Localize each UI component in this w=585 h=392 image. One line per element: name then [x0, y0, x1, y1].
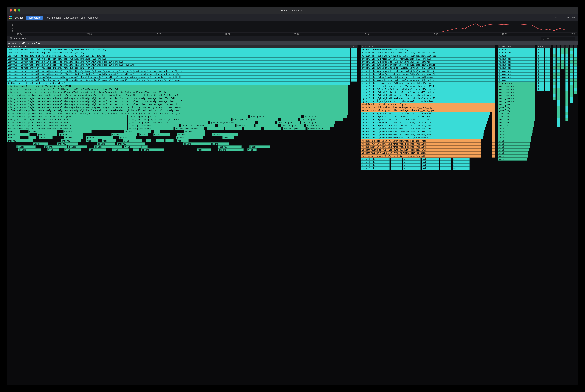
flame-frame[interactable]	[557, 51, 560, 54]
flame-frame[interactable]	[557, 88, 560, 91]
flame-frame[interactable]: l	[537, 70, 544, 72]
flame-frame[interactable]	[258, 121, 276, 124]
flame-frame[interactable]	[561, 54, 564, 57]
flame-frame[interactable]: ghidra.	[184, 130, 205, 133]
flame-frame[interactable]	[566, 78, 569, 82]
flame-frame[interactable]	[492, 136, 495, 139]
flame-root[interactable]: ⊕ 100% of all CPU cycles	[7, 41, 578, 45]
range-15m[interactable]: 15m	[572, 16, 576, 19]
flame-frame[interactable]: ghidra.program.mod	[128, 127, 174, 130]
flame-frame[interactable]	[574, 88, 577, 91]
flame-frame[interactable]: libjvm.so:	[498, 76, 536, 78]
flame-frame[interactable]: libjvm.so:	[498, 70, 536, 72]
flame-frame[interactable]	[166, 139, 174, 142]
flame-frame[interactable]	[557, 70, 560, 72]
flame-frame[interactable]: void	[86, 139, 98, 142]
flame-frame[interactable]: libjvm.so:	[498, 64, 536, 66]
flame-frame[interactable]: Modules.run in /usr/lib/python3/dist-pac…	[361, 142, 481, 146]
flame-frame[interactable]	[557, 91, 560, 94]
flame-frame[interactable]: void java.lang.Thread.run() in Thread.ja…	[7, 85, 348, 88]
flame-frame[interactable]: ghidra.	[177, 133, 206, 136]
flame-frame[interactable]	[552, 51, 556, 54]
flame-frame[interactable]: libjvm.so: JavaCalls::call(JavaValue*, m…	[7, 76, 350, 78]
flame-frame[interactable]: libjvm.so:	[498, 72, 536, 76]
flame-frame[interactable]	[552, 60, 556, 64]
flame-frame[interactable]	[351, 51, 357, 54]
flame-frame[interactable]	[574, 48, 577, 51]
flame-frame[interactable]: ghidra.	[16, 146, 36, 148]
flame-frame[interactable]	[570, 48, 573, 51]
flame-frame[interactable]: boolean ghid	[306, 124, 334, 127]
flame-frame[interactable]	[552, 97, 556, 100]
flame-frame[interactable]: ⊕ AWT-Event	[498, 45, 536, 48]
flame-frame[interactable]: pyt	[452, 158, 470, 160]
flame-frame[interactable]: l	[537, 85, 544, 88]
flame-frame[interactable]	[281, 118, 298, 121]
flame-frame[interactable]	[561, 51, 564, 54]
flame-frame[interactable]: libjvm	[498, 78, 536, 82]
flame-frame[interactable]	[557, 118, 560, 121]
flame-frame[interactable]: void	[498, 130, 532, 133]
flame-frame[interactable]	[552, 91, 556, 94]
flame-frame[interactable]: ⊕ C2	[537, 45, 552, 48]
flame-frame[interactable]: python3.11: _PyRun_SimpleFileObject in .…	[361, 76, 496, 78]
flame-frame[interactable]: Modules.execute in /usr/lib/python3/dist…	[361, 139, 481, 142]
flame-frame[interactable]: l	[544, 88, 550, 91]
flame-frame[interactable]: StubRoutine	[498, 82, 536, 85]
flame-frame[interactable]	[570, 100, 573, 103]
flame-frame[interactable]: <module> in /usr/bin/binwalk:3 [Python]	[361, 103, 494, 106]
flame-frame[interactable]: boolean ghidra.app.plugin.core.analysis.…	[7, 94, 348, 97]
flame-frame[interactable]	[552, 85, 556, 88]
flame-frame[interactable]: void	[123, 139, 136, 142]
flame-frame[interactable]: void	[89, 148, 106, 152]
flame-frame[interactable]	[557, 57, 560, 60]
flame-frame[interactable]	[574, 70, 577, 72]
flame-frame[interactable]	[557, 121, 560, 124]
flame-frame[interactable]	[351, 70, 357, 72]
flame-frame[interactable]: void	[124, 146, 141, 148]
flame-frame[interactable]	[557, 72, 560, 76]
flame-frame[interactable]	[566, 76, 569, 78]
flame-frame[interactable]: runme in /usr/lib/python3/dist-packages/…	[361, 109, 494, 112]
flame-frame[interactable]: void	[498, 142, 530, 146]
flame-frame[interactable]	[440, 160, 452, 164]
flame-frame[interactable]: libc.s	[498, 54, 536, 57]
flame-frame[interactable]	[570, 82, 573, 85]
flame-frame[interactable]: boolean ghid	[300, 118, 343, 121]
flame-frame[interactable]: ghidra.	[212, 133, 238, 136]
flame-frame[interactable]: boolean ghid	[281, 124, 304, 127]
flame-frame[interactable]: libc.so.6: __libc_start_call_main in ../…	[361, 54, 496, 57]
flame-frame[interactable]	[557, 109, 560, 112]
flame-frame[interactable]: l	[544, 51, 550, 54]
flame-frame[interactable]	[570, 76, 573, 78]
flame-frame[interactable]: python3.11: _PyObject_Call in ../Objects…	[361, 115, 489, 118]
flame-frame[interactable]: ghidra.	[117, 142, 145, 146]
flame-frame[interactable]: ghidra.	[64, 130, 92, 133]
flame-frame[interactable]	[561, 66, 564, 70]
flame-frame[interactable]: ghidra.	[64, 136, 83, 139]
nav-executables[interactable]: Executables	[64, 16, 78, 19]
flame-frame[interactable]: boolean ghidra.app.util.PseudoDisassembl…	[7, 121, 127, 124]
flame-frame[interactable]: ghidra.program.mod	[181, 124, 215, 127]
close-icon[interactable]	[10, 9, 12, 12]
flame-frame[interactable]: l	[544, 76, 550, 78]
flame-frame[interactable]	[492, 109, 495, 112]
flame-frame[interactable]	[557, 85, 560, 88]
flame-frame[interactable]: libc.so.6: thread_start in ../sysdeps/un…	[7, 48, 350, 51]
flame-frame[interactable]	[566, 70, 569, 72]
flame-frame[interactable]	[570, 64, 573, 66]
flame-frame[interactable]	[570, 85, 573, 88]
flame-frame[interactable]	[557, 103, 560, 106]
flame-frame[interactable]: void ghidra.	[304, 115, 347, 118]
flame-frame[interactable]: libjvm.so: JavaCalls::call_virtual(JavaV…	[7, 72, 350, 76]
flame-frame[interactable]: void	[498, 136, 532, 139]
flame-frame[interactable]	[566, 66, 569, 70]
flame-frame[interactable]	[574, 64, 577, 66]
flame-frame[interactable]: l	[537, 66, 544, 70]
flame-frame[interactable]	[561, 45, 564, 48]
flame-frame[interactable]	[492, 139, 495, 142]
flame-frame[interactable]: ghidra.	[97, 142, 115, 146]
nav-top-functions[interactable]: Top functions	[46, 16, 61, 19]
flame-frame[interactable]: void	[177, 139, 188, 142]
flame-frame[interactable]	[570, 66, 573, 70]
